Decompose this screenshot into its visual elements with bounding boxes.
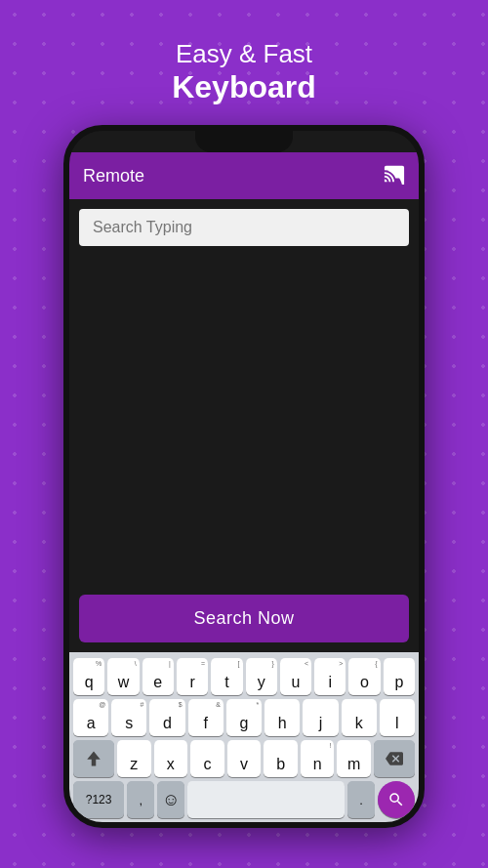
key-j[interactable]: j (303, 699, 338, 736)
keyboard-bottom-row: ?123 , ☺ . (73, 781, 415, 818)
key-k[interactable]: k (342, 699, 377, 736)
numeric-key[interactable]: ?123 (73, 781, 124, 818)
key-o[interactable]: {o (348, 658, 380, 695)
key-r[interactable]: =r (177, 658, 208, 695)
key-w[interactable]: \w (107, 658, 139, 695)
key-t[interactable]: [t (211, 658, 242, 695)
key-c[interactable]: c (190, 740, 224, 777)
keyboard-row-2: @a #s $d &f *g h j k l (73, 699, 415, 736)
key-l[interactable]: l (380, 699, 415, 736)
keyboard: %q \w |e =r [t }y <u >i {o p @a #s $d &f… (69, 652, 419, 822)
search-field-wrap (69, 199, 419, 246)
space-key[interactable] (187, 781, 345, 818)
key-h[interactable]: h (264, 699, 300, 736)
search-input[interactable] (79, 209, 409, 246)
key-a[interactable]: @a (73, 699, 108, 736)
header-line1: Easy & Fast (172, 39, 316, 69)
key-d[interactable]: $d (149, 699, 184, 736)
key-n[interactable]: !n (301, 740, 335, 777)
app-topbar: Remote (69, 152, 419, 199)
app-title: Remote (83, 166, 144, 186)
search-keyboard-button[interactable] (378, 781, 415, 818)
delete-key[interactable] (374, 740, 415, 777)
comma-key[interactable]: , (127, 781, 154, 818)
key-z[interactable]: z (117, 740, 151, 777)
header-line2: Keyboard (172, 69, 316, 105)
cast-icon[interactable] (384, 163, 405, 189)
app-screen: Remote Search Now %q \w |e =r (69, 152, 419, 822)
key-q[interactable]: %q (73, 658, 104, 695)
search-button-wrap: Search Now (69, 585, 419, 652)
key-p[interactable]: p (384, 658, 415, 695)
phone-notch (195, 131, 293, 152)
app-header: Easy & Fast Keyboard (172, 39, 316, 105)
key-m[interactable]: m (337, 740, 371, 777)
key-s[interactable]: #s (111, 699, 146, 736)
key-x[interactable]: x (154, 740, 188, 777)
keyboard-row-3: z x c v b !n m (73, 740, 415, 777)
key-y[interactable]: }y (246, 658, 277, 695)
key-u[interactable]: <u (280, 658, 311, 695)
content-area (69, 246, 419, 585)
emoji-key[interactable]: ☺ (157, 781, 184, 818)
key-i[interactable]: >i (314, 658, 346, 695)
key-b[interactable]: b (264, 740, 298, 777)
keyboard-row-1: %q \w |e =r [t }y <u >i {o p (73, 658, 415, 695)
shift-key[interactable] (73, 740, 114, 777)
phone-frame: Remote Search Now %q \w |e =r (63, 125, 425, 828)
key-g[interactable]: *g (226, 699, 262, 736)
search-now-button[interactable]: Search Now (79, 595, 409, 642)
key-f[interactable]: &f (188, 699, 224, 736)
key-e[interactable]: |e (142, 658, 174, 695)
key-v[interactable]: v (227, 740, 262, 777)
period-key[interactable]: . (347, 781, 375, 818)
